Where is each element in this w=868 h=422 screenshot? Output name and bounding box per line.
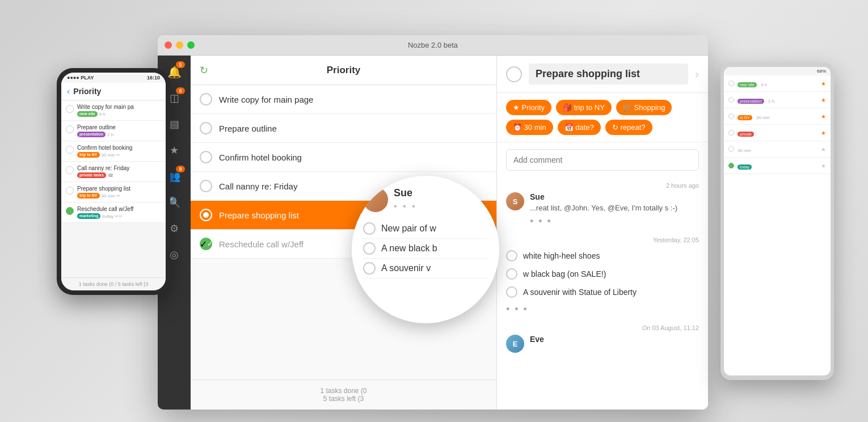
list-item[interactable]: Write copy for main pa new site 4 h bbox=[61, 100, 166, 121]
panel-title: Priority bbox=[327, 65, 361, 76]
ipad-status-bar: 68% bbox=[724, 67, 831, 75]
minimize-button[interactable] bbox=[176, 41, 183, 49]
ipad-task-list: new site 4 h ★ presentation 2 h ★ bbox=[724, 75, 831, 375]
phone-mockup: ●●●● PLAY 16:10 ‹ Priority Write copy fo… bbox=[57, 68, 170, 295]
task-checkbox[interactable]: ✓ bbox=[200, 238, 212, 250]
subtask-checkbox[interactable] bbox=[506, 268, 517, 280]
list-item[interactable]: Confirm hotel booking trip to NY 30 min … bbox=[61, 141, 166, 162]
subtask-checkbox[interactable] bbox=[363, 262, 376, 275]
magnify-more: • • • bbox=[394, 201, 417, 212]
task-checkbox[interactable] bbox=[66, 125, 74, 133]
task-name: Prepare outline bbox=[77, 124, 161, 130]
task-checkbox[interactable] bbox=[200, 122, 212, 134]
repeat-tag[interactable]: ↻ repeat? bbox=[605, 120, 652, 135]
avatar: E bbox=[506, 335, 524, 353]
task-checkbox[interactable] bbox=[66, 207, 74, 215]
time-tag[interactable]: ⏰ 30 min bbox=[506, 120, 553, 135]
tag-badge: trip to NY bbox=[77, 193, 100, 199]
refresh-button[interactable]: ↻ bbox=[200, 64, 208, 77]
task-checkbox[interactable] bbox=[728, 81, 734, 86]
subtask-checkbox[interactable] bbox=[506, 250, 517, 261]
shopping-tag[interactable]: 🛒 Shopping bbox=[616, 100, 672, 115]
help-icon: ◎ bbox=[170, 248, 179, 261]
list-item[interactable]: Prepare outline bbox=[191, 114, 496, 143]
comment-body: S Sue ...reat list, @John. Yes, @Eve, I'… bbox=[506, 192, 699, 227]
tasks-done: 1 tasks done (0 bbox=[79, 281, 114, 287]
task-name: Write copy for main pa bbox=[77, 104, 161, 110]
phone-signal: ●●●● PLAY bbox=[67, 75, 94, 81]
tag-badge: private bbox=[738, 132, 754, 137]
task-checkbox[interactable] bbox=[728, 113, 734, 119]
list-item[interactable]: Confirm hotel booking bbox=[191, 143, 496, 172]
task-checkbox[interactable] bbox=[66, 105, 74, 113]
task-meta: ☎ bbox=[108, 173, 113, 178]
detail-panel: Prepare shopping list › ★ Priority 🎒 tri… bbox=[497, 56, 708, 410]
list-item[interactable]: presentation 2 h ★ bbox=[724, 92, 831, 108]
task-checkbox[interactable] bbox=[728, 163, 734, 168]
list-item[interactable]: new site 4 h ★ bbox=[724, 75, 831, 92]
close-button[interactable] bbox=[165, 41, 172, 49]
phone-footer: 1 tasks done (0 / 5 tasks left (3 bbox=[61, 277, 166, 290]
magnify-overlay: Sue • • • New pair of w A new black b A … bbox=[352, 176, 499, 323]
list-item[interactable]: to NY 30 min ★ bbox=[724, 108, 831, 125]
task-name: Prepare shopping list bbox=[77, 185, 161, 192]
task-checkbox[interactable] bbox=[200, 209, 212, 221]
list-item[interactable]: Reschedule call w/Jeff marketing today ✂… bbox=[61, 202, 166, 223]
maximize-button[interactable] bbox=[187, 41, 195, 49]
task-name: Call nanny re: Friday bbox=[77, 165, 161, 171]
task-checkbox[interactable] bbox=[66, 187, 74, 195]
task-checkbox[interactable] bbox=[200, 180, 212, 192]
comment-item: Yesterday, 22:05 white high-heel shoes w… bbox=[506, 237, 699, 315]
task-name: Reschedule call w/Jeff bbox=[77, 206, 161, 212]
detail-task-title[interactable]: Prepare shopping list bbox=[529, 64, 688, 85]
comment-input[interactable] bbox=[506, 149, 699, 171]
phone-nav: ‹ Priority bbox=[61, 83, 166, 100]
star-icon: ★ bbox=[821, 81, 826, 87]
star-icon: ★ bbox=[821, 163, 826, 169]
detail-chevron-icon[interactable]: › bbox=[695, 67, 699, 81]
subtask-label: w black bag (on SALE!) bbox=[523, 269, 606, 278]
task-checkbox[interactable] bbox=[728, 146, 734, 152]
list-item[interactable]: Call nanny re: Friday private tasks ☎ bbox=[61, 162, 166, 182]
subtask-checkbox[interactable] bbox=[363, 242, 376, 255]
list-item[interactable]: private ★ bbox=[724, 125, 831, 141]
subtask-label: New pair of w bbox=[381, 223, 436, 234]
list-item[interactable]: Prepare shopping list trip to NY 30 min … bbox=[61, 182, 166, 202]
list-item[interactable]: Write copy for main page bbox=[191, 85, 496, 114]
task-checkbox[interactable] bbox=[66, 166, 74, 174]
comment-item: On 03 August, 11:12 E Eve bbox=[506, 324, 699, 353]
task-checkbox[interactable] bbox=[728, 130, 734, 136]
subtask-checkbox[interactable] bbox=[363, 222, 376, 235]
priority-tag[interactable]: ★ Priority bbox=[506, 100, 551, 115]
list-item[interactable]: Prepare outline presentation 2 h bbox=[61, 121, 166, 141]
task-checkbox[interactable] bbox=[200, 151, 212, 163]
star-icon: ★ bbox=[170, 144, 179, 157]
comment-more: • • • bbox=[506, 303, 699, 315]
tag-badge: marketing bbox=[77, 213, 100, 219]
tag-badge: trip to NY bbox=[77, 152, 100, 158]
date-tag[interactable]: 📅 date? bbox=[558, 120, 601, 135]
inbox-icon: ▤ bbox=[170, 118, 179, 130]
comment-header: On 03 August, 11:12 bbox=[506, 324, 699, 331]
subtask-checkbox[interactable] bbox=[506, 286, 517, 298]
list-item[interactable]: 30 min ★ bbox=[724, 141, 831, 158]
task-checkbox[interactable] bbox=[200, 93, 212, 106]
tag-badge: private tasks bbox=[77, 172, 106, 178]
phone-back-button[interactable]: ‹ bbox=[67, 86, 70, 96]
detail-task-checkbox[interactable] bbox=[506, 66, 522, 82]
settings-icon: ⚙ bbox=[170, 222, 179, 235]
task-label: Prepare shopping list bbox=[219, 210, 299, 220]
list-item[interactable]: today ★ bbox=[724, 158, 831, 174]
tag-badge: today bbox=[738, 164, 752, 170]
comment-more: • • • bbox=[530, 216, 699, 227]
task-checkbox[interactable] bbox=[728, 97, 734, 103]
task-label: Reschedule call w/Jeff bbox=[219, 239, 304, 249]
trip-tag[interactable]: 🎒 trip to NY bbox=[556, 100, 612, 115]
priority-badge: 5 bbox=[176, 61, 185, 68]
star-icon: ★ bbox=[821, 130, 826, 136]
comment-body: E Eve bbox=[506, 335, 699, 353]
task-checkbox[interactable] bbox=[66, 146, 74, 154]
subtask-item: New pair of w bbox=[363, 219, 488, 239]
task-label: Prepare outline bbox=[219, 124, 277, 133]
comment-text: ...reat list, @John. Yes, @Eve, I'm tota… bbox=[530, 203, 699, 213]
